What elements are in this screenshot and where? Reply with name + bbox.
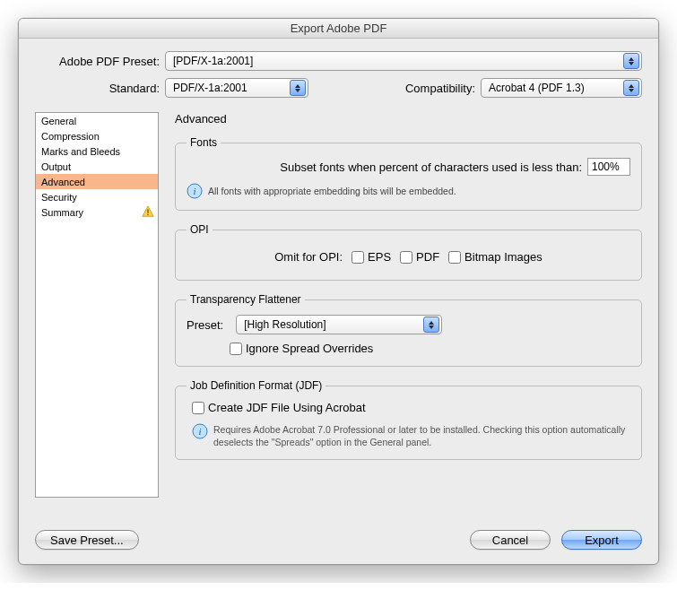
standard-select[interactable]: PDF/X-1a:2001 [165,78,308,98]
fonts-group: Fonts Subset fonts when percent of chara… [175,136,642,211]
create-jdf-label: Create JDF File Using Acrobat [208,401,366,414]
opi-eps-label: EPS [368,250,391,264]
jdf-legend: Job Definition Format (JDF) [187,379,325,392]
main-area: General Compression Marks and Bleeds Out… [35,112,642,498]
opi-pdf-label: PDF [416,250,439,264]
sidebar-item-advanced[interactable]: Advanced [36,174,158,189]
sidebar-item-summary[interactable]: Summary [36,204,158,220]
sidebar-item-security[interactable]: Security [36,189,158,204]
updown-icon [623,80,639,96]
standard-label: Standard: [35,82,165,95]
panel-title: Advanced [175,112,642,126]
save-preset-button[interactable]: Save Preset... [35,530,139,550]
sidebar-item-label: Summary [41,207,83,218]
flattener-group: Transparency Flattener Preset: [High Res… [175,293,642,367]
opi-bitmap-label: Bitmap Images [464,250,542,264]
fonts-info-text: All fonts with appropriate embedding bit… [208,186,456,196]
opi-pdf-input[interactable] [400,251,412,264]
svg-text:i: i [193,186,195,196]
standard-value: PDF/X-1a:2001 [173,82,247,94]
subset-label: Subset fonts when percent of characters … [280,161,582,174]
dialog-content: Adobe PDF Preset: [PDF/X-1a:2001] Standa… [19,39,658,564]
preset-label: Adobe PDF Preset: [35,55,165,68]
info-icon: i [187,183,203,199]
sidebar-item-compression[interactable]: Compression [36,128,158,143]
create-jdf-checkbox[interactable]: Create JDF File Using Acrobat [192,401,366,414]
opi-group: OPI Omit for OPI: EPS PDF [175,223,642,281]
opi-bitmap-checkbox[interactable]: Bitmap Images [448,250,542,264]
fonts-legend: Fonts [187,136,221,149]
ignore-spread-input[interactable] [230,343,242,355]
updown-icon [623,53,639,69]
opi-eps-checkbox[interactable]: EPS [352,250,391,264]
updown-icon [423,317,439,333]
sidebar: General Compression Marks and Bleeds Out… [35,112,159,498]
create-jdf-input[interactable] [192,402,204,414]
compatibility-select[interactable]: Acrobat 4 (PDF 1.3) [481,78,642,98]
flattener-preset-label: Preset: [187,318,229,332]
advanced-panel: Advanced Fonts Subset fonts when percent… [175,112,642,498]
svg-text:i: i [198,426,201,437]
svg-rect-1 [147,209,148,213]
subset-input[interactable] [587,158,630,176]
jdf-info-text: Requires Adobe Acrobat 7.0 Professional … [213,423,630,448]
jdf-group: Job Definition Format (JDF) Create JDF F… [175,379,642,460]
flattener-preset-select[interactable]: [High Resolution] [236,315,442,334]
cancel-button[interactable]: Cancel [470,530,551,550]
flattener-legend: Transparency Flattener [187,293,305,306]
info-icon: i [192,423,208,439]
sidebar-item-output[interactable]: Output [36,159,158,174]
export-pdf-dialog: Export Adobe PDF Adobe PDF Preset: [PDF/… [18,18,659,565]
preset-row: Adobe PDF Preset: [PDF/X-1a:2001] [35,51,642,71]
compatibility-value: Acrobat 4 (PDF 1.3) [489,82,585,94]
ignore-spread-checkbox[interactable]: Ignore Spread Overrides [230,342,373,355]
compatibility-label: Compatibility: [405,82,481,95]
opi-eps-input[interactable] [352,251,364,264]
sidebar-item-marks-bleeds[interactable]: Marks and Bleeds [36,143,158,159]
ignore-spread-label: Ignore Spread Overrides [246,342,373,355]
flattener-preset-value: [High Resolution] [244,318,325,331]
export-button[interactable]: Export [561,530,642,550]
warning-icon [142,205,154,218]
standard-compat-row: Standard: PDF/X-1a:2001 Compatibility: A… [35,78,642,98]
sidebar-item-general[interactable]: General [36,113,158,128]
opi-bitmap-input[interactable] [448,251,461,264]
preset-select[interactable]: [PDF/X-1a:2001] [165,51,642,71]
updown-icon [290,80,306,96]
window-title: Export Adobe PDF [19,19,658,39]
preset-value: [PDF/X-1a:2001] [173,55,253,67]
dialog-footer: Save Preset... Cancel Export [35,530,642,550]
opi-pdf-checkbox[interactable]: PDF [400,250,439,264]
svg-rect-2 [147,214,148,215]
opi-legend: OPI [187,223,213,236]
omit-for-opi-label: Omit for OPI: [274,250,343,264]
